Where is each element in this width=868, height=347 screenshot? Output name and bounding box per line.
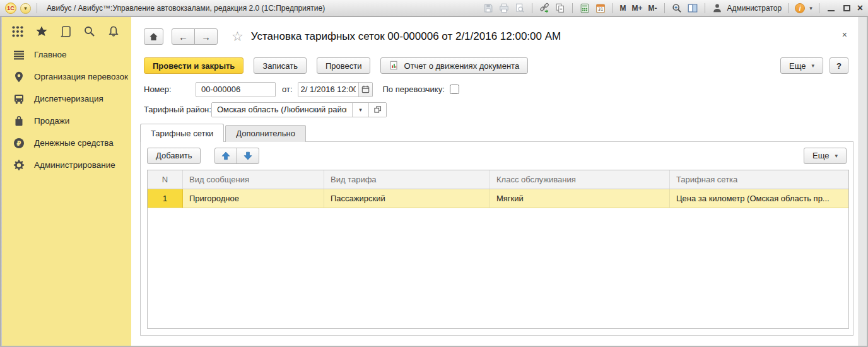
sidebar-item-admin[interactable]: Администрирование [2,154,131,176]
tariff-region-combo: ▾ [211,102,387,117]
maximize-button[interactable] [842,3,853,14]
back-button[interactable]: ← [172,28,195,45]
notifications-bell-icon[interactable] [107,25,120,38]
command-bar: Провести и закрыть Записать Провести Отч… [144,57,848,74]
print-icon[interactable] [498,3,510,14]
vertical-scrollbar[interactable] [859,17,867,346]
window-frame-left [0,17,2,347]
sidebar-tools [2,17,131,44]
window-close-button[interactable]: × [857,4,863,13]
sidebar-item-sales[interactable]: Продажи [2,110,131,132]
info-icon[interactable]: i [795,3,805,13]
cell-tariff-type[interactable]: Пассажирский [324,189,490,208]
date-input[interactable] [298,83,358,97]
map-pin-icon [13,71,25,83]
get-link-icon[interactable] [539,3,550,14]
favorite-star-icon[interactable]: ☆ [232,29,243,44]
print-preview-icon[interactable] [514,3,525,14]
goto-link-icon[interactable] [554,3,566,14]
sidebar-item-label: Денежные средства [34,138,114,148]
svg-text:31: 31 [597,7,603,12]
memory-plus-button[interactable]: M+ [631,4,643,13]
sections-grid-icon[interactable] [11,25,24,38]
open-value-button[interactable] [368,103,386,117]
window-title: Авибус / Авибус™:Управление автовокзалам… [47,4,325,13]
navigation-row: ← → ☆ Установка тарифных сеток 00-000006… [144,27,833,46]
separator [705,3,705,13]
table-header-row: N Вид сообщения Вид тарифа Класс обслужи… [148,170,848,189]
minimize-button[interactable] [826,3,837,14]
date-field [298,82,373,97]
table-empty-area [148,208,848,328]
save-button[interactable]: Записать [254,57,307,74]
separator [664,3,665,13]
cell-tariff-grid[interactable]: Цена за километр (Омская область пр... [670,189,848,208]
column-header-message-type[interactable]: Вид сообщения [183,170,324,189]
column-header-tariff-type[interactable]: Вид тарифа [324,170,490,189]
sidebar-item-transport-org[interactable]: Организация перевозок [2,66,131,88]
table-row[interactable]: 1 Пригородное Пассажирский Мягкий Цена з… [148,189,848,208]
chevron-down-icon[interactable]: ▾ [352,103,368,117]
move-row-up-button[interactable] [214,148,237,164]
number-input[interactable] [196,82,276,97]
page-title: Установка тарифных сеток 00-000006 от 2/… [251,30,561,43]
sidebar-item-main[interactable]: Главное [2,44,131,66]
by-carrier-checkbox[interactable] [450,85,459,94]
cell-message-type[interactable]: Пригородное [183,189,324,208]
ruble-circle-icon: ₽ [13,137,25,150]
tab-additional[interactable]: Дополнительно [225,125,306,142]
forward-button[interactable]: → [194,28,218,45]
calendar-icon[interactable]: 31 [595,3,606,14]
back-arrow-icon: ← [179,32,188,42]
memory-recall-button[interactable]: M [619,4,627,13]
calendar-picker-button[interactable] [358,83,372,97]
add-row-button[interactable]: Добавить [147,148,201,164]
zoom-icon[interactable] [671,3,683,14]
separator [788,3,789,13]
separator [532,3,532,13]
separator [572,3,573,13]
grid-more-button[interactable]: Еще▾ [804,148,847,164]
calculator-icon[interactable] [579,3,590,14]
column-header-service-class[interactable]: Класс обслуживания [490,170,670,189]
save-icon[interactable] [483,3,494,14]
column-header-tariff-grid[interactable]: Тарифная сетка [670,170,848,189]
arrow-up-icon [221,151,231,161]
tariff-region-input[interactable] [212,103,352,117]
search-icon[interactable] [83,25,96,38]
sidebar-item-money[interactable]: ₽ Денежные средства [2,132,131,154]
sidebar-item-dispatch[interactable]: Диспетчеризация [2,88,131,110]
window-titlebar: 1С ▼ Авибус / Авибус™:Управление автовок… [0,0,868,17]
sidebar: Главное Организация перевозок Диспетчери… [2,17,131,346]
system-menu-button[interactable]: ▼ [20,3,31,14]
date-label: от: [282,85,293,94]
sidebar-item-label: Организация перевозок [34,72,128,81]
sidebar-item-label: Главное [34,50,67,59]
report-movements-button[interactable]: Отчет о движениях документа [380,57,528,74]
more-button[interactable]: Еще▾ [780,57,823,74]
chevron-down-icon[interactable]: ▾ [809,5,812,11]
post-and-close-button[interactable]: Провести и закрыть [144,57,243,74]
move-row-down-button[interactable] [237,148,259,164]
form-close-button[interactable]: × [842,30,847,40]
chevron-down-icon: ▾ [835,153,838,159]
home-button[interactable] [144,28,163,45]
help-button[interactable]: ? [830,57,848,74]
favorites-icon[interactable] [35,25,48,38]
history-nav-group: ← → [172,28,218,45]
number-row: Номер: от: По перевозчику: [144,81,459,97]
column-header-n[interactable]: N [148,170,183,189]
history-icon[interactable] [59,25,72,38]
post-button[interactable]: Провести [317,57,371,74]
split-window-icon[interactable] [687,3,698,14]
tariff-grids-panel: Добавить Еще▾ N Вид сообщения Вид тарифа… [140,141,853,336]
cell-n[interactable]: 1 [148,189,183,208]
sidebar-item-label: Диспетчеризация [34,94,103,103]
document-form: ← → ☆ Установка тарифных сеток 00-000006… [131,17,859,346]
cell-service-class[interactable]: Мягкий [490,189,670,208]
memory-minus-button[interactable]: M- [648,4,658,13]
shopping-bag-icon [13,115,25,127]
tab-tariff-grids[interactable]: Тарифные сетки [140,124,224,142]
open-value-icon [373,105,382,114]
current-user-label[interactable]: Администратор [727,4,782,13]
